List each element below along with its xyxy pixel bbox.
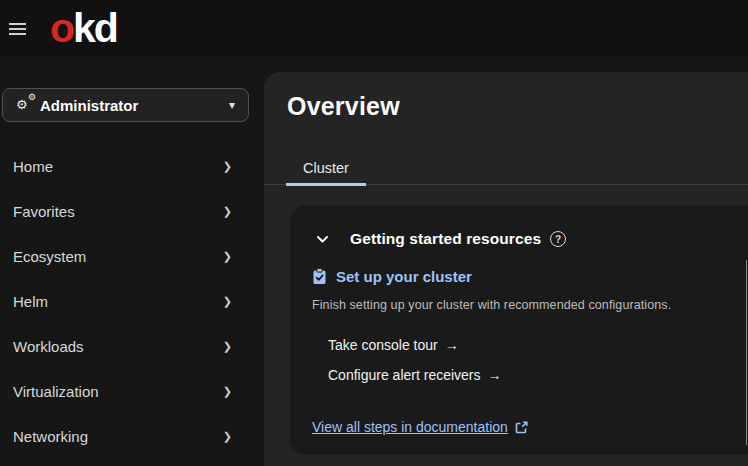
sidebar-item-label: Workloads — [13, 338, 84, 355]
tab-cluster[interactable]: Cluster — [286, 152, 366, 184]
chevron-right-icon: ❯ — [223, 340, 232, 353]
setup-cluster-link[interactable]: Set up your cluster — [336, 268, 472, 285]
sidebar-item-workloads[interactable]: Workloads ❯ — [0, 324, 250, 369]
documentation-link[interactable]: View all steps in documentation — [312, 419, 528, 435]
sidebar-item-helm[interactable]: Helm ❯ — [0, 279, 250, 324]
nav-toggle-button[interactable] — [8, 16, 34, 42]
card-title: Getting started resources — [350, 230, 541, 248]
sidebar-nav: Home ❯ Favorites ❯ Ecosystem ❯ Helm ❯ Wo… — [0, 144, 250, 459]
sidebar-item-ecosystem[interactable]: Ecosystem ❯ — [0, 234, 250, 279]
chevron-right-icon: ❯ — [223, 250, 232, 263]
chevron-right-icon: ❯ — [223, 385, 232, 398]
section-heading: Set up your cluster — [312, 268, 732, 285]
sidebar-item-label: Ecosystem — [13, 248, 86, 265]
alert-receivers-link[interactable]: Configure alert receivers → — [328, 367, 502, 383]
sidebar-item-virtualization[interactable]: Virtualization ❯ — [0, 369, 250, 414]
console-tour-link[interactable]: Take console tour → — [328, 337, 459, 353]
cogs-icon: ⚙ ⚙ — [16, 97, 33, 113]
arrow-right-icon: → — [445, 337, 459, 353]
sidebar: ⚙ ⚙ Administrator ▾ Home ❯ Favorites ❯ E… — [0, 57, 250, 466]
sidebar-item-home[interactable]: Home ❯ — [0, 144, 250, 189]
hamburger-icon — [9, 23, 26, 25]
perspective-label: Administrator — [40, 97, 138, 114]
caret-down-icon: ▾ — [229, 98, 235, 112]
getting-started-card: Getting started resources ? Set up your … — [290, 205, 748, 455]
page-title: Overview — [287, 92, 400, 121]
chevron-right-icon: ❯ — [223, 205, 232, 218]
quick-links: Take console tour → Configure alert rece… — [328, 337, 732, 383]
chevron-down-icon — [317, 236, 328, 243]
sidebar-item-label: Networking — [13, 428, 88, 445]
external-link-icon — [515, 421, 528, 434]
tab-label: Cluster — [303, 160, 349, 176]
column-divider — [746, 260, 747, 445]
chevron-right-icon: ❯ — [223, 430, 232, 443]
sidebar-item-networking[interactable]: Networking ❯ — [0, 414, 250, 459]
logo-letter-o: o — [50, 8, 73, 49]
help-icon[interactable]: ? — [550, 231, 566, 247]
logo-letters-kd: kd — [73, 8, 117, 49]
tasks-icon — [312, 268, 327, 285]
main-content: Overview Cluster Getting started resourc… — [264, 72, 748, 466]
okd-logo[interactable]: o kd — [50, 8, 117, 49]
chevron-right-icon: ❯ — [223, 160, 232, 173]
collapse-toggle-button[interactable] — [317, 233, 329, 245]
perspective-switcher[interactable]: ⚙ ⚙ Administrator ▾ — [2, 88, 249, 122]
sidebar-item-favorites[interactable]: Favorites ❯ — [0, 189, 250, 234]
tab-bar: Cluster — [264, 152, 748, 185]
card-header: Getting started resources ? — [290, 205, 748, 248]
okd-console: o kd ⚙ ⚙ Administrator ▾ Home ❯ Favorite… — [0, 0, 748, 466]
sidebar-item-label: Favorites — [13, 203, 75, 220]
setup-cluster-section: Set up your cluster Finish setting up yo… — [312, 268, 732, 436]
masthead: o kd — [0, 0, 748, 57]
sidebar-item-label: Helm — [13, 293, 48, 310]
sidebar-item-label: Virtualization — [13, 383, 99, 400]
chevron-right-icon: ❯ — [223, 295, 232, 308]
arrow-right-icon: → — [488, 367, 502, 383]
section-description: Finish setting up your cluster with reco… — [312, 298, 732, 312]
sidebar-item-label: Home — [13, 158, 53, 175]
